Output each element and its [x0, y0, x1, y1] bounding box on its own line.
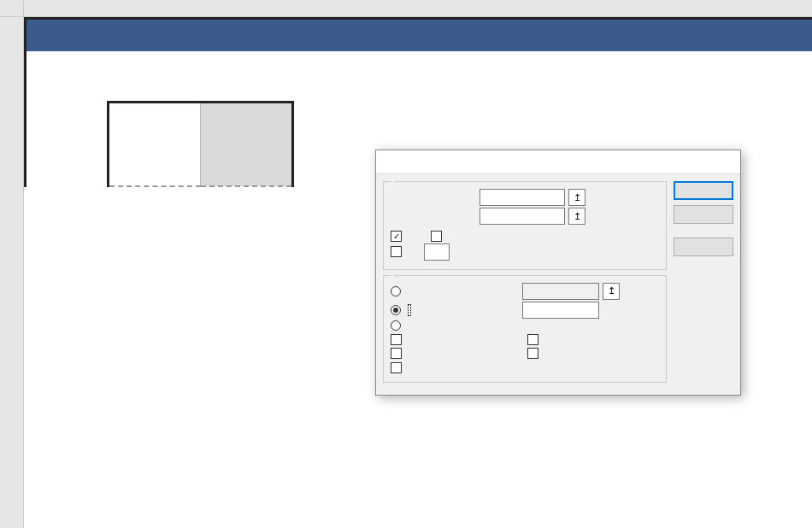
ok-button[interactable]: [674, 181, 733, 200]
column-headers: [0, 0, 812, 17]
line-fit-plots-checkbox[interactable]: [527, 347, 542, 359]
note-text: [24, 75, 812, 101]
constant-zero-checkbox[interactable]: [431, 230, 445, 242]
input-y-range[interactable]: [480, 189, 565, 206]
cancel-button[interactable]: [674, 205, 733, 224]
dialog-titlebar[interactable]: [376, 150, 740, 174]
new-worksheet-radio[interactable]: [391, 305, 401, 315]
std-residuals-checkbox[interactable]: [391, 347, 527, 359]
new-worksheet-input[interactable]: [522, 302, 599, 319]
range-picker-icon[interactable]: ↥: [568, 189, 585, 206]
output-range-radio[interactable]: [391, 286, 401, 296]
range-picker-icon[interactable]: ↥: [603, 283, 620, 300]
spreadsheet: ↥ ↥ ✓: [0, 0, 812, 528]
select-all-corner[interactable]: [0, 0, 24, 16]
help-button[interactable]: [674, 238, 733, 256]
row-headers: [0, 17, 24, 528]
labels-checkbox[interactable]: ✓: [391, 230, 405, 242]
cells-area[interactable]: ↥ ↥ ✓: [24, 17, 812, 528]
output-range-input[interactable]: [522, 283, 599, 300]
confidence-input[interactable]: [424, 243, 450, 261]
residual-plots-checkbox[interactable]: [527, 334, 542, 346]
data-table: [107, 101, 294, 187]
output-group: ↥: [383, 275, 667, 384]
col-header-sp500[interactable]: [201, 103, 293, 186]
residuals-checkbox[interactable]: [391, 334, 527, 346]
col-header-visa[interactable]: [109, 103, 201, 186]
normal-probability-checkbox[interactable]: [391, 362, 405, 374]
regression-dialog: ↥ ↥ ✓: [375, 150, 741, 396]
input-group: ↥ ↥ ✓: [383, 181, 667, 270]
range-picker-icon[interactable]: ↥: [568, 208, 585, 225]
title-banner: [24, 17, 812, 51]
new-workbook-radio[interactable]: [391, 320, 401, 331]
confidence-checkbox[interactable]: [391, 246, 405, 258]
input-x-range[interactable]: [480, 208, 565, 225]
